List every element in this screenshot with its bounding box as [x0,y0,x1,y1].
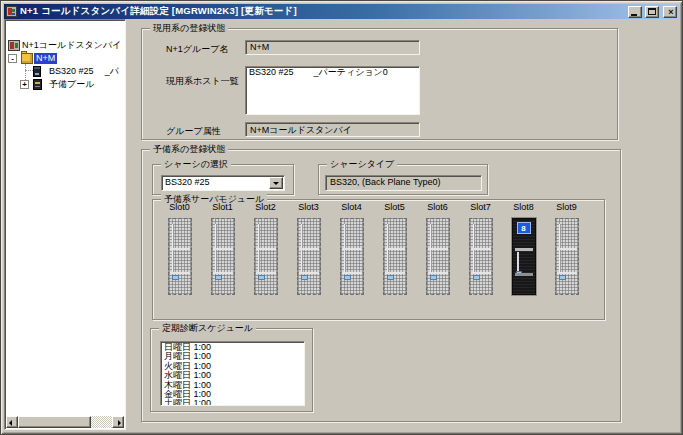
arrow-right-icon [118,420,121,426]
group-name-label: N+1グループ名 [166,43,228,56]
slot-module-image-empty[interactable] [340,218,364,295]
module-detail [256,272,276,274]
module-detail [342,272,362,274]
module-detail [213,248,233,250]
slot-module-image-empty[interactable] [426,218,450,295]
module-detail [428,248,448,250]
slot-column-0: Slot0 [158,200,201,319]
window-title: N+1 コールドスタンバイ詳細設定 [MGRWIN2K3] [更新モード] [20,5,625,18]
slot-label: Slot8 [502,202,545,212]
group-attr-field: N+Mコールドスタンバイ [245,122,420,137]
slot-module-image-empty[interactable] [254,218,278,295]
minimize-button[interactable] [628,6,642,18]
server-icon [33,66,41,77]
slot-module-image-empty[interactable] [383,218,407,295]
module-detail [515,273,533,276]
active-system-group: 現用系の登録状態 N+1グループ名 N+M 現用系ホスト一覧 BS320 #25… [141,28,618,140]
app-icon [8,40,20,51]
scroll-left-button[interactable] [6,416,18,428]
module-detail [385,272,405,274]
module-detail [170,248,190,250]
chassis-select-dropdown-button[interactable] [269,177,283,189]
schedule-group: 定期診断スケジュール 日曜日 1:00月曜日 1:00火曜日 1:00水曜日 1… [150,328,313,412]
slot-label: Slot9 [545,202,588,212]
slot-module-image-empty[interactable] [469,218,493,295]
module-detail [387,275,394,280]
host-list-item[interactable]: BS320 #25 _パーティション0 [246,68,419,77]
module-detail [299,272,319,274]
tree-item-trailing-text: _パ [105,66,119,77]
tree-item-N+M[interactable]: -N+M [5,52,125,65]
group-name-field: N+M [245,40,420,55]
slot-column-8: Slot88 [502,200,545,319]
tree-item-BS320 #25[interactable]: BS320 #25_パ [5,65,125,78]
chassis-select-title: シャーシの選択 [161,158,231,170]
tree-item-label[interactable]: N+M [34,53,57,64]
slot-label: Slot3 [287,202,330,212]
tree-item-label[interactable]: N+1コールドスタンバイ [20,40,123,51]
module-detail [215,275,222,280]
module-detail [471,272,491,274]
slot-column-9: Slot9 [545,200,588,319]
schedule-item[interactable]: 土曜日 1:00 [161,399,304,406]
scroll-right-button[interactable] [112,416,124,428]
module-detail [342,248,362,250]
tree-horizontal-scrollbar[interactable] [6,416,124,428]
maximize-button[interactable] [645,6,659,18]
module-detail [473,275,480,280]
slot-label: Slot5 [373,202,416,212]
module-detail [428,272,448,274]
slot-module-image-empty[interactable] [211,218,235,295]
app-icon [6,6,17,17]
host-list-label: 現用系ホスト一覧 [166,75,239,88]
standby-system-group: 予備系の登録状態 シャーシの選択 BS320 #25 シャーシタイプ BS320… [141,149,621,422]
schedule-group-title: 定期診断スケジュール [159,322,256,334]
chassis-type-group: シャーシタイプ BS320, (Back Plane Type0) [318,164,488,195]
close-button[interactable]: × [663,6,677,18]
tree-item-label[interactable]: BS320 #25 [47,66,96,77]
schedule-listbox[interactable]: 日曜日 1:00月曜日 1:00火曜日 1:00水曜日 1:00木曜日 1:00… [160,341,305,406]
slot-label: Slot2 [244,202,287,212]
tree-expander-minus-icon[interactable]: - [8,54,17,63]
titlebar: N+1 コールドスタンバイ詳細設定 [MGRWIN2K3] [更新モード] × [4,4,679,19]
slot-column-1: Slot1 [201,200,244,319]
module-detail [557,248,577,250]
slot-column-5: Slot5 [373,200,416,319]
active-system-group-title: 現用系の登録状態 [150,22,228,34]
module-detail [170,272,190,274]
module-detail [517,252,519,273]
slot-module-image-empty[interactable] [168,218,192,295]
module-detail [385,248,405,250]
chevron-down-icon [273,182,279,185]
chassis-select-group: シャーシの選択 BS320 #25 [152,164,294,195]
module-detail [256,248,276,250]
tree-item-label[interactable]: 予備プール [47,79,96,90]
host-listbox[interactable]: BS320 #25 _パーティション0 [245,66,420,115]
module-detail [172,275,179,280]
chassis-select-combobox[interactable]: BS320 #25 [161,175,285,191]
module-detail [301,275,308,280]
slot-column-4: Slot4 [330,200,373,319]
server-modules-group: 予備系サーバモジュール Slot0Slot1Slot2Slot3Slot4Slo… [152,199,605,320]
tree-expander-plus-icon[interactable]: + [20,80,29,89]
maximize-icon [648,8,656,15]
module-detail [344,275,351,280]
chassis-type-field: BS320, (Back Plane Type0) [325,175,482,191]
tree-item-予備プール[interactable]: +予備プール [5,78,125,91]
module-detail [258,275,265,280]
slot-column-2: Slot2 [244,200,287,319]
module-detail [515,248,533,251]
minimize-icon [631,14,637,16]
scrollbar-thumb[interactable] [18,416,91,428]
module-detail [430,275,437,280]
slot-module-image-empty[interactable] [297,218,321,295]
slot-module-image-installed[interactable]: 8 [512,218,536,295]
arrow-left-icon [9,420,12,426]
module-detail [559,275,566,280]
slot-module-image-empty[interactable] [555,218,579,295]
module-detail [471,248,491,250]
module-detail [213,272,233,274]
slot-number-badge: 8 [517,222,531,234]
chassis-select-value: BS320 #25 [165,177,210,187]
slot-label: Slot6 [416,202,459,212]
